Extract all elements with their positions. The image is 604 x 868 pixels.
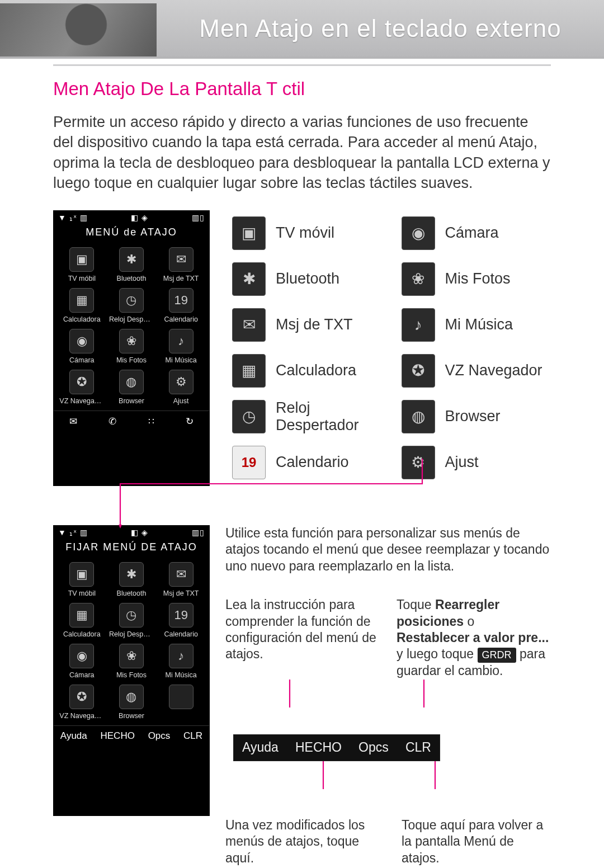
icon-entry: 19Calendario xyxy=(232,440,382,485)
shortcut-cell[interactable]: ✪VZ Navegador xyxy=(57,681,107,722)
intro-paragraph: Permite un acceso rápido y directo a var… xyxy=(53,112,551,194)
shortcut-icon: ❀ xyxy=(119,644,144,668)
softkey[interactable]: HECHO xyxy=(290,739,347,756)
softkey[interactable]: Opcs xyxy=(353,739,394,756)
shortcut-icon: ♪ xyxy=(169,644,194,668)
banner-thumb-image xyxy=(0,3,157,56)
shortcut-cell[interactable]: ❀Mis Fotos xyxy=(107,326,157,366)
icon-entry: ⚙Ajust xyxy=(402,440,551,485)
shortcut-icon: ✪ xyxy=(69,370,94,394)
shortcut-cell[interactable]: ▣TV móbil xyxy=(57,244,107,285)
shortcut-label: Msj de TXT xyxy=(163,589,199,597)
phone-title: MENÚ de ATAJO xyxy=(54,224,209,244)
shortcut-label: Calendario xyxy=(164,630,197,638)
shortcut-label: Cámara xyxy=(69,671,94,679)
shortcut-cell[interactable]: ◍Browser xyxy=(107,681,157,722)
softkey[interactable]: Ayuda xyxy=(237,739,284,756)
shortcut-cell[interactable] xyxy=(156,681,206,722)
shortcut-icon: ◍ xyxy=(119,370,144,394)
shortcut-cell[interactable]: ▣TV móbil xyxy=(57,559,107,600)
shortcut-icon: ✉ xyxy=(169,562,194,587)
app-icon: ◍ xyxy=(402,400,435,433)
shortcut-icon: ✉ xyxy=(169,247,194,272)
shortcut-icon: ◉ xyxy=(69,644,94,668)
status-mid: ◧ ◈ xyxy=(131,528,148,537)
shortcut-cell[interactable]: ✉Msj de TXT xyxy=(156,244,206,285)
shortcut-icon: ♪ xyxy=(169,329,194,353)
shortcut-cell[interactable]: ◷Reloj Despert… xyxy=(107,600,157,640)
shortcut-cell[interactable]: ◉Cámara xyxy=(57,640,107,681)
app-icon: ⚙ xyxy=(402,446,435,479)
shortcut-cell[interactable]: ◍Browser xyxy=(107,366,157,407)
shortcut-icon: ◍ xyxy=(119,685,144,709)
softkey[interactable]: Ayuda xyxy=(57,730,91,742)
shortcut-cell[interactable]: ✉Msj de TXT xyxy=(156,559,206,600)
grdr-badge: GRDR xyxy=(478,648,516,663)
shortcut-label: Calendario xyxy=(164,315,197,323)
icon-entry: ♪Mi Música xyxy=(402,302,551,348)
shortcut-label: Mi Música xyxy=(166,671,197,679)
softkey-bar: ✉✆∷↻ xyxy=(54,411,209,432)
softkey-bar-large[interactable]: AyudaHECHOOpcsCLR xyxy=(233,734,440,761)
battery-icon: ▥▯ xyxy=(192,528,205,537)
app-icon: ◷ xyxy=(232,400,266,433)
status-bar: ▼ ₁ˣ ▥ ◧ ◈ ▥▯ xyxy=(54,526,209,539)
shortcut-icon: 19 xyxy=(169,603,194,628)
shortcut-label: Browser xyxy=(119,712,144,720)
app-label: Msj de TXT xyxy=(276,316,353,333)
shortcut-cell[interactable]: 19Calendario xyxy=(156,600,206,640)
shortcut-cell[interactable]: ⚙Ajust xyxy=(156,366,206,407)
shortcut-cell[interactable]: 19Calendario xyxy=(156,285,206,326)
shortcut-cell[interactable]: ✱Bluetooth xyxy=(107,244,157,285)
phone-screen-set-shortcut: ▼ ₁ˣ ▥ ◧ ◈ ▥▯ FIJAR MENÚ DE ATAJO ▣TV mó… xyxy=(53,525,210,816)
app-label: Bluetooth xyxy=(276,270,339,287)
app-icon: ✱ xyxy=(232,262,266,296)
shortcut-cell[interactable]: ❀Mis Fotos xyxy=(107,640,157,681)
softkey[interactable]: Opcs xyxy=(145,730,174,742)
shortcut-icon: ◉ xyxy=(69,329,94,353)
shortcut-cell[interactable]: ◉Cámara xyxy=(57,326,107,366)
shortcut-icon: ▣ xyxy=(69,562,94,587)
shortcut-cell[interactable]: ▦Calculadora xyxy=(57,285,107,326)
shortcut-cell[interactable]: ♪Mi Música xyxy=(156,326,206,366)
status-mid: ◧ ◈ xyxy=(131,213,148,222)
shortcut-label: Msj de TXT xyxy=(163,275,199,282)
app-icon: ♪ xyxy=(402,308,435,342)
battery-icon: ▥▯ xyxy=(192,213,205,222)
phone-screen-shortcut-menu: ▼ ₁ˣ ▥ ◧ ◈ ▥▯ MENÚ de ATAJO ▣TV móbil✱Bl… xyxy=(53,210,210,486)
icon-entry: ▣TV móvil xyxy=(232,210,382,256)
shortcut-label: Reloj Despert… xyxy=(109,630,154,638)
softkey[interactable]: CLR xyxy=(180,730,206,742)
shortcut-cell[interactable]: ✱Bluetooth xyxy=(107,559,157,600)
app-label: TV móvil xyxy=(276,224,334,242)
banner-title: Men Atajo en el teclado externo xyxy=(157,15,604,43)
shortcut-cell[interactable]: ▦Calculadora xyxy=(57,600,107,640)
app-label: VZ Navegador xyxy=(445,362,542,379)
callout-clr-instruction: Toque aquí para volver a la pantalla Men… xyxy=(402,817,551,866)
app-icon: ◉ xyxy=(402,216,435,250)
shortcut-label: Ajust xyxy=(173,397,189,405)
shortcut-cell[interactable]: ◷Reloj Desper… xyxy=(107,285,157,326)
app-label: Calculadora xyxy=(276,362,356,379)
icon-entry: ✱Bluetooth xyxy=(232,256,382,302)
shortcut-label: Mi Música xyxy=(166,356,197,364)
customize-description: Utilice esta función para personalizar s… xyxy=(225,525,551,574)
app-label: Calendario xyxy=(276,454,349,471)
shortcut-label: VZ Navegador xyxy=(59,712,104,720)
status-bar: ▼ ₁ˣ ▥ ◧ ◈ ▥▯ xyxy=(54,211,209,224)
shortcut-label: Mis Fotos xyxy=(116,356,147,364)
shortcut-cell[interactable]: ✪VZ Navegador xyxy=(57,366,107,407)
shortcut-icon: ✪ xyxy=(69,685,94,709)
softkey-bar[interactable]: AyudaHECHOOpcsCLR xyxy=(54,725,209,747)
shortcut-label: Bluetooth xyxy=(117,275,147,282)
shortcut-icon: ✱ xyxy=(119,562,144,587)
softkey[interactable]: CLR xyxy=(400,739,437,756)
shortcut-icon: ❀ xyxy=(119,329,144,353)
softkey[interactable]: HECHO xyxy=(97,730,138,742)
callout-opcs-instruction: Toque Rearregler posiciones o Restablece… xyxy=(397,597,551,680)
icon-entry: ◷Reloj Despertador xyxy=(232,394,382,440)
softkey: ✉ xyxy=(66,416,81,427)
shortcut-cell[interactable]: ♪Mi Música xyxy=(156,640,206,681)
app-label: Ajust xyxy=(445,454,479,471)
shortcut-icon: ⚙ xyxy=(169,370,194,394)
